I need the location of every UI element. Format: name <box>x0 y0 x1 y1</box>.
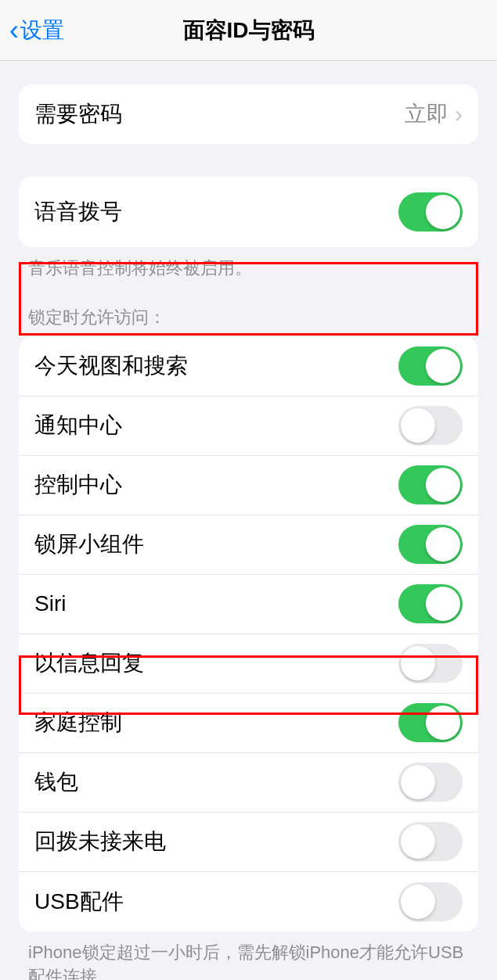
locked-item-row: 钱包 <box>19 753 478 813</box>
require-passcode-label: 需要密码 <box>34 99 122 129</box>
toggle-knob <box>426 527 460 562</box>
voice-dial-footer: 音乐语音控制将始终被启用。 <box>28 257 469 281</box>
toggle-knob <box>401 408 435 443</box>
back-button[interactable]: ‹ 设置 <box>9 16 64 45</box>
locked-item-toggle[interactable] <box>398 644 463 683</box>
locked-item-label: 家庭控制 <box>34 708 122 738</box>
toggle-knob <box>401 646 435 680</box>
require-passcode-group: 需要密码 立即 › <box>19 84 478 144</box>
voice-dial-row: 语音拨号 <box>19 177 478 247</box>
require-passcode-row[interactable]: 需要密码 立即 › <box>19 84 478 144</box>
header-bar: ‹ 设置 面容ID与密码 <box>0 0 497 61</box>
locked-item-row: 今天视图和搜索 <box>19 337 478 397</box>
toggle-knob <box>426 349 460 383</box>
locked-access-group: 今天视图和搜索通知中心控制中心锁屏小组件Siri以信息回复家庭控制钱包回拨未接来… <box>19 337 478 932</box>
locked-item-label: 控制中心 <box>34 470 122 500</box>
locked-item-toggle[interactable] <box>398 882 463 921</box>
locked-item-label: Siri <box>34 591 66 616</box>
require-passcode-value: 立即 <box>405 99 448 129</box>
voice-dial-group: 语音拨号 <box>19 177 478 247</box>
locked-item-toggle[interactable] <box>398 763 463 802</box>
locked-item-toggle[interactable] <box>398 406 463 445</box>
locked-item-label: 今天视图和搜索 <box>34 351 188 381</box>
locked-item-row: 回拨未接来电 <box>19 813 478 872</box>
voice-dial-toggle[interactable] <box>398 192 463 232</box>
locked-item-label: 钱包 <box>34 767 78 797</box>
locked-item-row: 以信息回复 <box>19 634 478 694</box>
locked-item-row: USB配件 <box>19 872 478 932</box>
locked-item-toggle[interactable] <box>398 465 463 504</box>
chevron-right-icon: › <box>455 101 463 127</box>
toggle-knob <box>401 765 435 799</box>
locked-item-toggle[interactable] <box>398 584 463 623</box>
locked-item-label: 通知中心 <box>34 411 122 440</box>
locked-item-row: 家庭控制 <box>19 694 478 753</box>
locked-item-row: 锁屏小组件 <box>19 515 478 575</box>
toggle-knob <box>426 587 460 621</box>
locked-item-toggle[interactable] <box>398 822 463 861</box>
page-title: 面容ID与密码 <box>183 16 315 45</box>
locked-item-toggle[interactable] <box>398 346 463 386</box>
locked-item-label: 以信息回复 <box>34 648 144 678</box>
locked-item-row: 控制中心 <box>19 456 478 515</box>
locked-item-toggle[interactable] <box>398 525 463 564</box>
locked-item-toggle[interactable] <box>398 703 463 742</box>
require-passcode-value-wrap: 立即 › <box>405 99 463 129</box>
toggle-knob <box>401 885 435 919</box>
chevron-left-icon: ‹ <box>9 16 19 45</box>
locked-section-footer: iPhone锁定超过一小时后，需先解锁iPhone才能允许USB配件连接。 <box>28 941 469 980</box>
locked-item-row: Siri <box>19 575 478 634</box>
toggle-knob <box>426 468 460 502</box>
toggle-knob <box>426 195 460 229</box>
locked-item-row: 通知中心 <box>19 397 478 456</box>
voice-dial-label: 语音拨号 <box>34 197 122 227</box>
locked-section-header: 锁定时允许访问： <box>28 306 469 329</box>
toggle-knob <box>426 705 460 740</box>
locked-item-label: 回拨未接来电 <box>34 827 166 856</box>
locked-item-label: USB配件 <box>34 887 124 917</box>
toggle-knob <box>401 824 435 859</box>
locked-item-label: 锁屏小组件 <box>34 529 144 559</box>
back-label: 设置 <box>20 16 64 45</box>
